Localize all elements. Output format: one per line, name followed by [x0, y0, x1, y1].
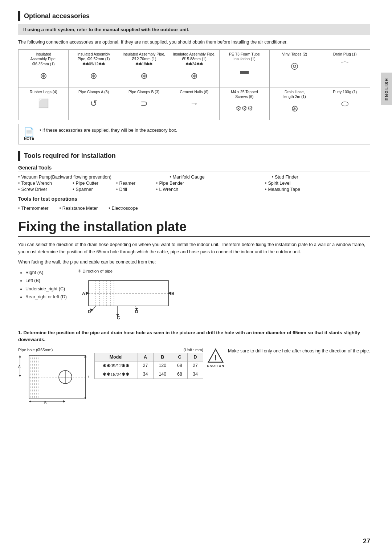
pipe-hole-diagram: Pipe hole (Ø65mm)	[18, 348, 91, 405]
acc-label-8: Rubber Legs (4)	[30, 90, 57, 95]
acc-label-12: M4 x 25 TappedScrews (6)	[231, 90, 258, 99]
fixing-body-2: When facing the wall, the pipe and cable…	[18, 258, 370, 266]
svg-marker-40	[19, 355, 21, 357]
alert-box: If using a multi system, refer to the ma…	[18, 24, 370, 35]
fixing-body-1: You can select the direction of the drai…	[18, 241, 370, 255]
direction-underside: Underside_right (C)	[25, 285, 67, 293]
pipe-hole-svg: B C A ←	[18, 353, 89, 404]
dim-table-header-row: Model A B C D	[95, 353, 203, 361]
col-a: A	[138, 353, 153, 361]
caution-triangle-icon: !	[208, 348, 224, 364]
note-icon: 📄 NOTE	[24, 128, 34, 140]
acc-item-1: InsulatedAssembly Pipe,Ø6.35mm (1) ⊛	[19, 50, 69, 87]
accessories-table: InsulatedAssembly Pipe,Ø6.35mm (1) ⊛ Ins…	[18, 49, 370, 120]
col-b: B	[153, 353, 172, 361]
tool-spirit: Spirit Level	[265, 180, 370, 186]
svg-marker-37	[84, 397, 86, 399]
tool-torque: Torque Wrench	[18, 180, 69, 186]
bottom-area: Pipe hole (Ø65mm)	[18, 348, 370, 405]
acc-label-2: Insulated AssemblyPipe, Ø9.52mm (1)✱✱09/…	[77, 52, 110, 67]
dim-row-1: ✱✱09/12✱✱ 27 120 68 27	[95, 361, 203, 370]
language-label: ENGLISH	[384, 78, 389, 101]
acc-icon-12: ⚙⚙⚙	[236, 99, 253, 118]
svg-line-13	[91, 306, 96, 311]
acc-item-12: M4 x 25 TappedScrews (6) ⚙⚙⚙	[220, 87, 270, 120]
acc-item-11: Cement Nails (6) →	[169, 87, 219, 120]
caution-text: Make sure to drill only one hole after c…	[228, 348, 370, 355]
acc-label-9: Pipe Clamps A (3)	[78, 90, 109, 95]
tool-thermometer: Thermometer	[18, 205, 48, 211]
svg-text:C: C	[88, 375, 89, 379]
acc-icon-13: ⊛	[291, 99, 298, 118]
general-tools-list: Vacuum Pump(Backward flowing prevention)…	[18, 174, 370, 192]
test-tools-heading: Tools for test operations	[18, 196, 370, 203]
tool-lwrench: L Wrench	[156, 187, 261, 192]
tool-spanner: Spanner	[73, 187, 113, 192]
tool-electroscope: Electroscope	[109, 205, 138, 211]
svg-text:A: A	[82, 291, 85, 296]
col-model: Model	[95, 353, 138, 361]
direction-left: Left (B)	[25, 277, 67, 285]
document-icon: 📄	[24, 128, 34, 136]
acc-icon-5: ▬	[240, 62, 249, 80]
caution-icon-area: ! CAUTION	[207, 348, 224, 369]
svg-text:A: A	[18, 365, 21, 369]
note-text: • If these accessories are supplied, the…	[40, 128, 177, 133]
pipe-direction-svg: A B D D C	[78, 275, 179, 322]
svg-marker-41	[19, 375, 21, 377]
svg-marker-32	[29, 400, 31, 402]
tools-heading: Tools required for installation	[18, 151, 370, 161]
val-c-2: 68	[172, 370, 188, 379]
acc-item-9: Pipe Clamps A (3) ↺	[69, 87, 119, 120]
acc-item-5: PE T3 Foam TubeInsulation (1) ▬	[220, 50, 270, 87]
dim-row-2: ✱✱18/24✱✱ 34 140 68 34	[95, 370, 203, 379]
svg-text:←: ←	[85, 355, 89, 359]
model-2: ✱✱18/24✱✱	[95, 370, 138, 379]
val-c-1: 68	[172, 361, 188, 370]
tools-section-title: Tools required for installation	[24, 152, 116, 160]
acc-item-7: Drain Plug (1) ⌒	[320, 50, 370, 87]
acc-icon-4: ⊛	[191, 67, 198, 85]
svg-text:!: !	[214, 353, 217, 362]
caution-label: CAUTION	[207, 364, 224, 369]
col-d: D	[188, 353, 203, 361]
acc-label-11: Cement Nails (6)	[180, 90, 209, 95]
tool-measuring: Measuring Tape	[265, 187, 370, 192]
section-title: Optional accessories	[24, 12, 90, 20]
main-section-title: Fixing the installation plate	[18, 219, 370, 237]
acc-label-6: Vinyl Tapes (2)	[282, 52, 307, 57]
val-a-2: 34	[138, 370, 153, 379]
acc-icon-7: ⌒	[340, 57, 349, 75]
direction-diagram: ✳ Direction of pipe A B	[78, 269, 179, 323]
acc-icon-9: ↺	[90, 94, 97, 113]
heading-bar-2	[18, 151, 20, 161]
test-tools-list: Thermometer Resistance Meter Electroscop…	[18, 205, 370, 211]
acc-icon-8: ⬜	[38, 94, 49, 113]
tool-drill: Drill	[116, 187, 152, 192]
acc-icon-3: ⊛	[140, 67, 148, 85]
unit-row: (Unit : mm)	[94, 348, 203, 352]
direction-right: Right (A)	[25, 269, 67, 277]
acc-label-3: Insulated Assembly Pipe,Ø12.70mm (1)✱✱18…	[123, 52, 165, 67]
acc-icon-2: ⊛	[90, 67, 97, 85]
val-b-1: 120	[153, 361, 172, 370]
tool-pipe-cutter: Pipe Cutter	[73, 180, 113, 186]
step-1-text: 1. Determine the position of the pipe an…	[18, 329, 370, 343]
accessories-row-1: InsulatedAssembly Pipe,Ø6.35mm (1) ⊛ Ins…	[19, 50, 370, 87]
col-c: C	[172, 353, 188, 361]
tools-row-3: Screw Driver Spanner Drill L Wrench Meas…	[18, 187, 370, 192]
optional-accessories-heading: Optional accessories	[18, 11, 370, 21]
tool-stud: Stud Finder	[272, 174, 370, 180]
dim-table: Model A B C D ✱✱09/12✱✱ 27 120 68 27	[94, 353, 203, 379]
val-d-1: 27	[188, 361, 203, 370]
acc-icon-14: ⬭	[341, 94, 349, 113]
page: ENGLISH Optional accessories If using a …	[0, 0, 392, 556]
intro-text: The following connection accessories are…	[18, 39, 370, 46]
direction-rear: Rear_right or left (D)	[25, 293, 67, 301]
acc-item-8: Rubber Legs (4) ⬜	[19, 87, 69, 120]
acc-item-13: Drain Hose,length 2m (1) ⊛	[270, 87, 320, 120]
acc-label-1: InsulatedAssembly Pipe,Ø6.35mm (1)	[30, 52, 57, 67]
acc-item-6: Vinyl Tapes (2) ◎	[270, 50, 320, 87]
accessories-row-2: Rubber Legs (4) ⬜ Pipe Clamps A (3) ↺ Pi…	[19, 87, 370, 120]
acc-icon-1: ⊛	[40, 67, 47, 85]
